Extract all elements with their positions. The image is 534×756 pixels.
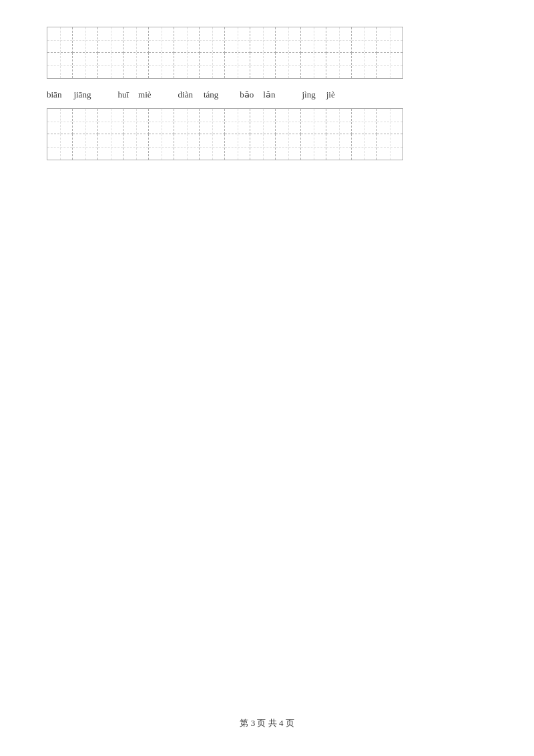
page-number-text: 第 3 页 共 4 页 [240,718,294,728]
cell [250,134,276,160]
pinyin-row: biān jiāng huī miè diàn táng bǎo lǎn jìn… [47,89,487,100]
grid2-row1 [47,109,403,134]
cell [250,53,276,78]
pinyin-jiang: jiāng [73,89,91,100]
pinyin-lan: lǎn [263,89,275,100]
cell [200,109,225,134]
cell [98,134,123,160]
pinyin-jie: jiè [326,89,335,100]
pinyin-tang: táng [204,89,218,100]
cell [301,109,326,134]
cell [98,27,123,53]
cell [47,53,73,78]
pinyin-hui: huī [117,89,129,100]
cell [149,27,174,53]
cell [98,53,123,78]
cell [123,134,149,160]
cell [174,109,200,134]
cell [174,134,200,160]
grid1-row1 [47,27,403,53]
pinyin-dian: diàn [178,89,193,100]
cell [326,53,352,78]
cell [225,53,250,78]
cell [276,109,301,134]
cell [225,109,250,134]
cell [123,27,149,53]
cell [352,109,377,134]
cell [98,109,123,134]
cell [377,134,403,160]
cell [123,109,149,134]
grid2-row2 [47,134,403,160]
cell [352,27,377,53]
cell [149,53,174,78]
cell [149,109,174,134]
cell [276,53,301,78]
cell [326,134,352,160]
cell [250,109,276,134]
cell [73,109,98,134]
cell [225,134,250,160]
cell [47,109,73,134]
cell [149,134,174,160]
second-grid-section [47,108,487,160]
cell [352,134,377,160]
page-container: biān jiāng huī miè diàn táng bǎo lǎn jìn… [0,0,534,756]
writing-grid-2 [47,108,403,160]
cell [123,53,149,78]
cell [301,53,326,78]
cell [377,27,403,53]
cell [174,27,200,53]
cell [326,109,352,134]
pinyin-bian: biān [47,89,61,100]
cell [326,27,352,53]
page-footer: 第 3 页 共 4 页 [0,717,534,729]
cell [250,27,276,53]
cell [377,53,403,78]
cell [352,53,377,78]
cell [225,27,250,53]
cell [276,27,301,53]
cell [73,53,98,78]
cell [47,27,73,53]
first-grid-section [47,27,487,79]
cell [301,134,326,160]
cell [47,134,73,160]
cell [73,27,98,53]
cell [377,109,403,134]
pinyin-mie: miè [138,89,152,100]
cell [73,134,98,160]
cell [301,27,326,53]
cell [174,53,200,78]
cell [200,134,225,160]
pinyin-bao: bǎo [240,89,254,100]
cell [200,27,225,53]
grid1-row2 [47,53,403,78]
writing-grid-1 [47,27,403,79]
cell [276,134,301,160]
pinyin-jing: jìng [302,89,315,100]
cell [200,53,225,78]
